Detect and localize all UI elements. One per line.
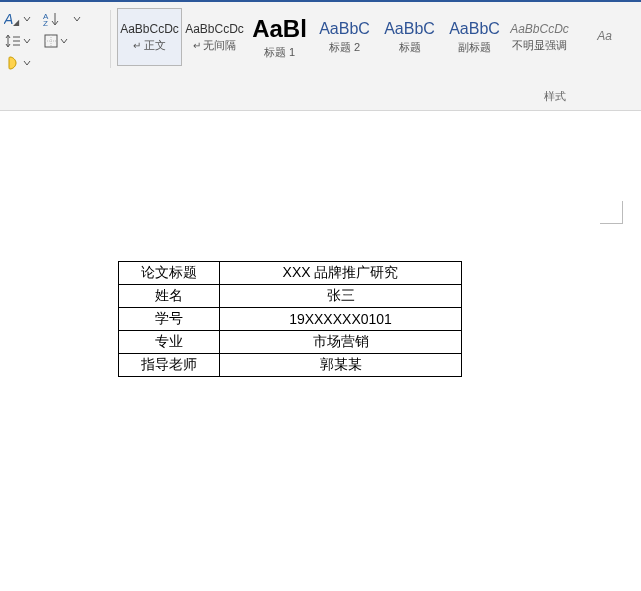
show-marks-button[interactable] — [73, 15, 81, 23]
style-sample: AaBl — [252, 15, 307, 43]
style-标题 2[interactable]: AaBbC标题 2 — [312, 8, 377, 66]
style-sample: AaBbC — [319, 20, 370, 38]
style-name-label: 不明显强调 — [512, 38, 567, 53]
style-不明显强调[interactable]: AaBbCcDc不明显强调 — [507, 8, 572, 66]
margin-corner-mark — [600, 201, 623, 224]
table-row[interactable]: 姓名张三 — [119, 285, 462, 308]
style-sample: Aa — [597, 29, 612, 43]
document-area: 论文标题XXX 品牌推广研究姓名张三学号19XXXXXX0101专业市场营销指导… — [0, 111, 641, 591]
field-label[interactable]: 姓名 — [119, 285, 220, 308]
styles-gallery[interactable]: AaBbCcDc↵ 正文AaBbCcDc↵ 无间隔AaBl标题 1AaBbC标题… — [111, 8, 637, 76]
style-name-label: ↵ 无间隔 — [193, 38, 237, 53]
field-value[interactable]: 张三 — [220, 285, 462, 308]
style-name-label: 副标题 — [458, 40, 491, 55]
style-name-label: 标题 1 — [264, 45, 295, 60]
table-row[interactable]: 指导老师郭某某 — [119, 354, 462, 377]
field-value[interactable]: 19XXXXXX0101 — [220, 308, 462, 331]
style-name-label: ↵ 正文 — [133, 38, 166, 53]
svg-text:◢: ◢ — [13, 18, 20, 27]
style-sample: AaBbCcDc — [120, 22, 179, 36]
field-value[interactable]: XXX 品牌推广研究 — [220, 262, 462, 285]
style-副标题[interactable]: AaBbC副标题 — [442, 8, 507, 66]
field-value[interactable]: 郭某某 — [220, 354, 462, 377]
style-无间隔[interactable]: AaBbCcDc↵ 无间隔 — [182, 8, 247, 66]
sort-button[interactable]: AZ — [43, 11, 61, 27]
style-name-label: 标题 2 — [329, 40, 360, 55]
page[interactable]: 论文标题XXX 品牌推广研究姓名张三学号19XXXXXX0101专业市场营销指导… — [0, 125, 641, 591]
field-value[interactable]: 市场营销 — [220, 331, 462, 354]
ribbon: A◢ AZ — [0, 0, 641, 111]
table-row[interactable]: 专业市场营销 — [119, 331, 462, 354]
line-spacing-button[interactable] — [4, 33, 31, 49]
document-canvas[interactable]: 论文标题XXX 品牌推广研究姓名张三学号19XXXXXX0101专业市场营销指导… — [0, 125, 641, 591]
style-标题[interactable]: AaBbC标题 — [377, 8, 442, 66]
field-label[interactable]: 指导老师 — [119, 354, 220, 377]
style-more[interactable]: Aa — [572, 8, 637, 66]
svg-text:Z: Z — [43, 19, 48, 27]
style-name-label: 标题 — [399, 40, 421, 55]
field-label[interactable]: 专业 — [119, 331, 220, 354]
style-正文[interactable]: AaBbCcDc↵ 正文 — [117, 8, 182, 66]
text-effects-button[interactable]: A◢ — [4, 11, 31, 27]
field-label[interactable]: 论文标题 — [119, 262, 220, 285]
shading-button[interactable] — [4, 55, 31, 71]
style-sample: AaBbC — [384, 20, 435, 38]
field-label[interactable]: 学号 — [119, 308, 220, 331]
style-sample: AaBbCcDc — [185, 22, 244, 36]
borders-button[interactable] — [43, 33, 68, 49]
style-sample: AaBbC — [449, 20, 500, 38]
table-row[interactable]: 学号19XXXXXX0101 — [119, 308, 462, 331]
styles-group-label: 样式 — [544, 89, 566, 104]
paragraph-group: A◢ AZ — [4, 8, 108, 76]
svg-text:A: A — [4, 11, 13, 27]
style-标题 1[interactable]: AaBl标题 1 — [247, 8, 312, 66]
style-sample: AaBbCcDc — [510, 22, 569, 36]
table-row[interactable]: 论文标题XXX 品牌推广研究 — [119, 262, 462, 285]
thesis-info-table[interactable]: 论文标题XXX 品牌推广研究姓名张三学号19XXXXXX0101专业市场营销指导… — [118, 261, 462, 377]
